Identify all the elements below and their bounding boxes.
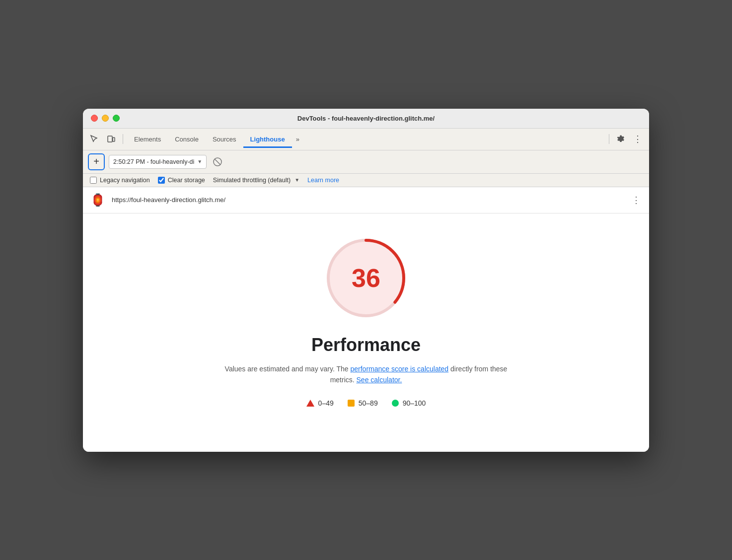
performance-score-link[interactable]: performance score is calculated — [350, 365, 448, 373]
inspect-element-icon[interactable] — [87, 132, 102, 146]
url-more-options-icon[interactable]: ⋮ — [630, 194, 642, 206]
legend-red-range: 0–49 — [318, 399, 334, 407]
description-text: Values are estimated and may vary. The — [225, 365, 351, 373]
learn-more-link[interactable]: Learn more — [307, 177, 339, 184]
minimize-button[interactable] — [102, 115, 109, 122]
yellow-square-icon — [348, 400, 355, 407]
calculator-link[interactable]: See calculator. — [357, 376, 402, 384]
legend-green: 90–100 — [392, 399, 426, 407]
title-bar: DevTools - foul-heavenly-direction.glitc… — [83, 109, 649, 129]
score-gauge: 36 — [321, 233, 411, 323]
clear-storage-checkbox-label[interactable]: Clear storage — [158, 177, 205, 184]
svg-rect-1 — [113, 138, 115, 141]
legacy-navigation-checkbox-label[interactable]: Legacy navigation — [90, 177, 150, 184]
new-audit-button[interactable]: + — [88, 153, 105, 170]
close-button[interactable] — [91, 115, 98, 122]
tab-sources[interactable]: Sources — [206, 131, 243, 148]
tab-more[interactable]: » — [292, 131, 303, 148]
audit-url: https://foul-heavenly-direction.glitch.m… — [112, 196, 624, 204]
more-options-icon[interactable]: ⋮ — [630, 132, 645, 146]
right-divider — [609, 134, 609, 144]
window-title: DevTools - foul-heavenly-direction.glitc… — [297, 115, 435, 122]
clear-storage-label: Clear storage — [168, 177, 205, 184]
traffic-lights — [91, 115, 120, 122]
url-row: 🏮 https://foul-heavenly-direction.glitch… — [83, 187, 649, 213]
score-legend: 0–49 50–89 90–100 — [306, 399, 426, 407]
toolbar-row: + 2:50:27 PM - foul-heavenly-di ▼ — [83, 150, 649, 174]
devtools-right-icons: ⋮ — [607, 132, 645, 146]
legacy-navigation-checkbox[interactable] — [90, 177, 97, 184]
lighthouse-favicon-icon: 🏮 — [90, 192, 106, 208]
performance-title: Performance — [311, 335, 421, 355]
tab-elements[interactable]: Elements — [127, 131, 168, 148]
tab-lighthouse[interactable]: Lighthouse — [243, 131, 292, 148]
throttling-chevron-icon: ▼ — [294, 177, 299, 183]
devtools-tab-bar: Elements Console Sources Lighthouse » ⋮ — [83, 129, 649, 150]
legend-green-range: 90–100 — [403, 399, 426, 407]
audit-selector-dropdown[interactable]: 2:50:27 PM - foul-heavenly-di ▼ — [109, 155, 207, 169]
device-toolbar-icon[interactable] — [104, 132, 119, 146]
performance-description: Values are estimated and may vary. The p… — [217, 363, 515, 386]
tab-console[interactable]: Console — [168, 131, 206, 148]
legend-yellow-range: 50–89 — [359, 399, 378, 407]
svg-rect-0 — [108, 136, 112, 142]
devtools-tabs: Elements Console Sources Lighthouse » — [127, 131, 605, 148]
options-row: Legacy navigation Clear storage Simulate… — [83, 174, 649, 187]
red-triangle-icon — [306, 400, 314, 407]
legend-yellow: 50–89 — [348, 399, 378, 407]
dropdown-chevron-icon: ▼ — [197, 159, 202, 164]
settings-icon[interactable] — [613, 132, 628, 146]
block-network-icon[interactable] — [211, 155, 224, 169]
maximize-button[interactable] — [113, 115, 120, 122]
clear-storage-checkbox[interactable] — [158, 177, 165, 184]
toolbar-divider — [123, 134, 123, 144]
legend-red: 0–49 — [306, 399, 334, 407]
score-value: 36 — [352, 263, 380, 293]
green-circle-icon — [392, 400, 399, 407]
legacy-navigation-label: Legacy navigation — [100, 177, 150, 184]
throttling-label: Simulated throttling (default) ▼ — [213, 177, 299, 184]
svg-line-3 — [215, 159, 220, 165]
devtools-window: DevTools - foul-heavenly-direction.glitc… — [83, 109, 649, 452]
audit-time-label: 2:50:27 PM - foul-heavenly-di — [113, 158, 194, 165]
main-content: 36 Performance Values are estimated and … — [83, 213, 649, 452]
